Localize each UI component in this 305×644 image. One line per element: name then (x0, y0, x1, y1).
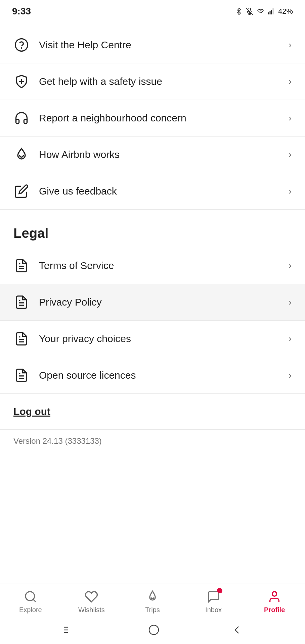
svg-rect-4 (268, 12, 269, 14)
svg-point-20 (26, 592, 35, 601)
android-home-icon[interactable] (148, 624, 160, 636)
version-text: Version 24.13 (3333133) (0, 430, 305, 452)
menu-item-how-airbnb-works[interactable]: How Airbnb works › (0, 137, 305, 173)
status-bar: 9:33 42% (0, 0, 305, 20)
status-icons: 42% (235, 7, 293, 16)
logout-item[interactable]: Log out (0, 394, 305, 430)
bottom-nav: Explore Wishlists Trips (0, 584, 305, 644)
menu-item-safety-issue[interactable]: Get help with a safety issue › (0, 63, 305, 100)
menu-label-help-centre: Visit the Help Centre (39, 39, 131, 51)
svg-line-21 (33, 599, 36, 602)
nav-tabs: Explore Wishlists Trips (0, 584, 305, 618)
tab-profile[interactable]: Profile (244, 589, 305, 614)
tab-trips-label: Trips (145, 606, 160, 614)
menu-item-privacy-policy[interactable]: Privacy Policy › (0, 284, 305, 321)
menu-item-privacy-choices[interactable]: Your privacy choices › (0, 321, 305, 357)
tab-explore[interactable]: Explore (0, 589, 61, 614)
legal-section-title: Legal (13, 226, 48, 240)
mute-icon (246, 8, 253, 15)
inbox-badge (217, 588, 222, 593)
menu-label-privacy-choices: Your privacy choices (39, 333, 131, 344)
chevron-right-icon: › (289, 186, 292, 197)
svg-rect-7 (272, 8, 273, 14)
wifi-icon (257, 8, 265, 15)
svg-rect-5 (269, 11, 270, 14)
document-icon-open-source (13, 367, 30, 383)
status-time: 9:33 (12, 6, 31, 17)
pencil-icon (13, 183, 30, 199)
tab-wishlists-label: Wishlists (78, 606, 105, 614)
bluetooth-icon (235, 8, 243, 15)
chevron-right-icon: › (289, 370, 292, 381)
trips-tab-icon (145, 589, 160, 604)
menu-item-terms-of-service[interactable]: Terms of Service › (0, 248, 305, 284)
tab-wishlists[interactable]: Wishlists (61, 589, 122, 614)
document-icon-privacy (13, 294, 30, 310)
explore-tab-icon (23, 589, 38, 604)
android-back-recent-icon[interactable] (63, 625, 75, 635)
main-content: Visit the Help Centre › Get help with a … (0, 20, 305, 590)
chevron-right-icon: › (289, 113, 292, 123)
menu-item-neighbourhood-concern[interactable]: Report a neighbourhood concern › (0, 100, 305, 137)
tab-profile-label: Profile (264, 606, 285, 614)
svg-point-8 (15, 39, 28, 51)
menu-label-how-airbnb-works: How Airbnb works (39, 149, 120, 160)
chevron-right-icon: › (289, 40, 292, 50)
chevron-right-icon: › (289, 297, 292, 308)
airbnb-icon (13, 147, 30, 163)
svg-rect-6 (271, 10, 272, 14)
inbox-tab-icon (206, 589, 221, 604)
menu-label-safety-issue: Get help with a safety issue (39, 76, 162, 87)
menu-label-open-source: Open source licences (39, 370, 136, 381)
menu-label-terms-of-service: Terms of Service (39, 260, 114, 271)
chevron-right-icon: › (289, 333, 292, 344)
tab-inbox-label: Inbox (205, 606, 222, 614)
svg-point-26 (149, 625, 159, 635)
menu-label-privacy-policy: Privacy Policy (39, 297, 102, 308)
android-nav-bar (0, 618, 305, 644)
headset-icon (13, 110, 30, 126)
menu-item-help-centre[interactable]: Visit the Help Centre › (0, 27, 305, 63)
profile-tab-icon (267, 589, 282, 604)
shield-plus-icon (13, 73, 30, 90)
menu-item-open-source[interactable]: Open source licences › (0, 357, 305, 394)
menu-label-feedback: Give us feedback (39, 185, 117, 197)
legal-section-header: Legal (0, 210, 305, 248)
chevron-right-icon: › (289, 149, 292, 160)
logout-label[interactable]: Log out (13, 406, 50, 417)
chevron-right-icon: › (289, 260, 292, 271)
tab-inbox[interactable]: Inbox (183, 589, 244, 614)
tab-explore-label: Explore (19, 606, 42, 614)
wishlists-tab-icon (84, 589, 99, 604)
chevron-right-icon: › (289, 76, 292, 87)
help-circle-icon (13, 37, 30, 53)
svg-point-22 (272, 592, 277, 596)
tab-trips[interactable]: Trips (122, 589, 183, 614)
signal-icon (268, 8, 275, 15)
battery-text: 42% (278, 7, 293, 16)
document-icon-privacy-choices (13, 331, 30, 347)
menu-label-neighbourhood-concern: Report a neighbourhood concern (39, 112, 186, 124)
document-icon-terms (13, 258, 30, 274)
android-back-icon[interactable] (232, 624, 242, 636)
menu-item-feedback[interactable]: Give us feedback › (0, 173, 305, 210)
